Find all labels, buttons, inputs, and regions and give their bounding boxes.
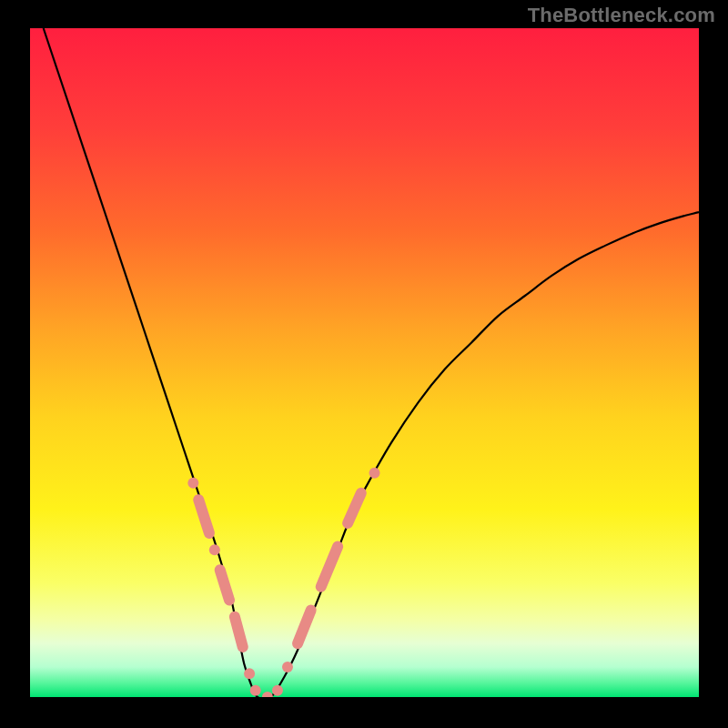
highlight-dot [244,668,255,679]
highlight-dot [187,478,198,489]
chart-frame: TheBottleneck.com [0,0,728,728]
highlight-dot [282,662,293,672]
highlight-dot [209,544,220,555]
watermark-label: TheBottleneck.com [528,4,715,27]
gradient-background [30,28,699,697]
highlight-dot [369,468,380,479]
plot-area [30,28,699,697]
chart-svg [30,28,699,697]
highlight-dot [272,685,283,696]
highlight-capsule [235,617,243,647]
highlight-dot [250,685,261,696]
